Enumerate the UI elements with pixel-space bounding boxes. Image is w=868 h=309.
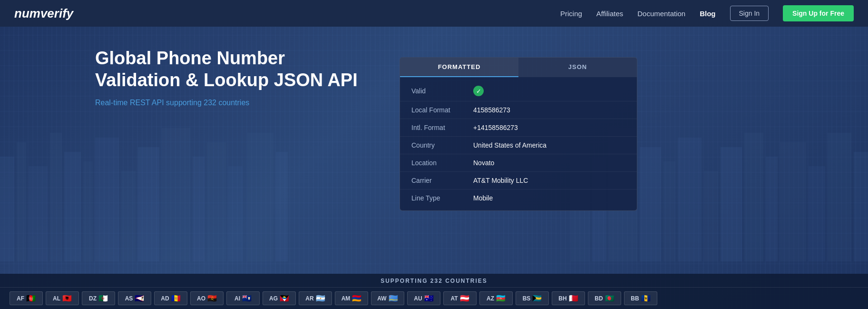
flag-emoji: 🇦🇴 xyxy=(207,294,217,303)
card-row-intl-format: Intl. Format +14158586273 xyxy=(400,119,637,137)
valid-check-icon: ✓ xyxy=(473,86,484,96)
flag-item-aw[interactable]: AW🇦🇼 xyxy=(371,291,404,305)
hero-content: Global Phone Number Validation & Lookup … xyxy=(95,48,358,107)
flag-item-bs[interactable]: BS🇧🇸 xyxy=(516,291,549,305)
card-value-country: United States of America xyxy=(473,141,546,149)
flag-item-ag[interactable]: AG🇦🇬 xyxy=(263,291,296,305)
hero-subtitle-prefix: Real-time REST API xyxy=(95,99,166,107)
flag-code: AI xyxy=(234,295,240,302)
countries-strip: SUPPORTING 232 COUNTRIES AF🇦🇫AL🇦🇱DZ🇩🇿AS🇦… xyxy=(0,274,868,309)
card-row-valid: Valid ✓ xyxy=(400,81,637,101)
signup-button[interactable]: Sign Up for Free xyxy=(783,5,854,21)
flag-emoji: 🇩🇿 xyxy=(98,294,108,303)
flag-item-at[interactable]: AT🇦🇹 xyxy=(443,291,477,305)
flag-code: AO xyxy=(197,295,205,302)
flag-emoji: 🇦🇹 xyxy=(460,294,469,303)
flag-code: AZ xyxy=(487,295,494,302)
flag-item-af[interactable]: AF🇦🇫 xyxy=(10,291,43,305)
hero-section: numverify Pricing Affiliates Documentati… xyxy=(0,0,868,309)
flag-item-bd[interactable]: BD🇧🇩 xyxy=(588,291,621,305)
flag-code: BB xyxy=(631,295,639,302)
tab-json[interactable]: JSON xyxy=(518,58,637,77)
card-label-intl-format: Intl. Format xyxy=(411,124,473,131)
flag-code: AF xyxy=(17,295,24,302)
countries-flags: AF🇦🇫AL🇦🇱DZ🇩🇿AS🇦🇸AD🇦🇩AO🇦🇴AI🇦🇮AG🇦🇬AR🇦🇷AM🇦🇲… xyxy=(0,288,868,309)
flag-item-ao[interactable]: AO🇦🇴 xyxy=(190,291,224,305)
flag-emoji: 🇦🇫 xyxy=(26,294,36,303)
flag-emoji: 🇦🇼 xyxy=(389,294,398,303)
flag-code: AS xyxy=(125,295,133,302)
flag-code: BS xyxy=(523,295,531,302)
flag-emoji: 🇦🇱 xyxy=(62,294,72,303)
card-label-location: Location xyxy=(411,159,473,167)
flag-code: AR xyxy=(305,295,313,302)
flag-emoji: 🇧🇧 xyxy=(641,294,651,303)
card-row-line-type: Line Type Mobile xyxy=(400,189,637,207)
card-value-location: Novato xyxy=(473,159,494,167)
flag-item-ad[interactable]: AD🇦🇩 xyxy=(154,291,187,305)
logo: numverify xyxy=(14,6,73,21)
flag-emoji: 🇦🇿 xyxy=(496,294,506,303)
main-nav: Pricing Affiliates Documentation Blog Si… xyxy=(560,5,854,21)
card-label-carrier: Carrier xyxy=(411,177,473,184)
flag-emoji: 🇧🇸 xyxy=(532,294,542,303)
flag-code: AG xyxy=(269,295,278,302)
card-value-intl-format: +14158586273 xyxy=(473,124,518,131)
card-row-country: Country United States of America xyxy=(400,137,637,154)
card-label-line-type: Line Type xyxy=(411,194,473,202)
flag-emoji: 🇦🇷 xyxy=(316,294,325,303)
flag-code: BD xyxy=(595,295,603,302)
flag-emoji: 🇦🇮 xyxy=(242,294,252,303)
flag-item-al[interactable]: AL🇦🇱 xyxy=(46,291,79,305)
flag-emoji: 🇦🇩 xyxy=(171,294,181,303)
flag-item-dz[interactable]: DZ🇩🇿 xyxy=(82,291,115,305)
signin-button[interactable]: Sign In xyxy=(730,6,769,21)
card-label-local-format: Local Format xyxy=(411,106,473,114)
nav-affiliates[interactable]: Affiliates xyxy=(596,10,623,18)
flag-item-au[interactable]: AU🇦🇺 xyxy=(407,291,440,305)
card-tabs: FORMATTED JSON xyxy=(400,58,637,77)
countries-label: SUPPORTING 232 COUNTRIES xyxy=(0,274,868,288)
flag-code: AM xyxy=(341,295,351,302)
hero-subtitle-link[interactable]: supporting 232 countries xyxy=(166,99,249,107)
hero-title-line1: Global Phone Number xyxy=(95,48,358,70)
card-label-valid: Valid xyxy=(411,87,473,95)
card-value-local-format: 4158586273 xyxy=(473,106,510,114)
flag-item-as[interactable]: AS🇦🇸 xyxy=(118,291,151,305)
nav-pricing[interactable]: Pricing xyxy=(560,10,582,18)
flag-item-ar[interactable]: AR🇦🇷 xyxy=(299,291,332,305)
card-row-local-format: Local Format 4158586273 xyxy=(400,101,637,119)
flag-code: AL xyxy=(53,295,60,302)
card-value-line-type: Mobile xyxy=(473,194,493,202)
hero-subtitle: Real-time REST API supporting 232 countr… xyxy=(95,99,358,107)
nav-blog[interactable]: Blog xyxy=(700,10,715,18)
flag-item-bh[interactable]: BH🇧🇭 xyxy=(552,291,585,305)
flag-code: BH xyxy=(558,295,566,302)
nav-documentation[interactable]: Documentation xyxy=(637,10,685,18)
hero-title-line2: Validation & Lookup JSON API xyxy=(95,70,358,91)
flag-emoji: 🇦🇺 xyxy=(424,294,434,303)
flag-item-bb[interactable]: BB🇧🇧 xyxy=(624,291,657,305)
card-row-carrier: Carrier AT&T Mobility LLC xyxy=(400,172,637,189)
flag-emoji: 🇦🇸 xyxy=(135,294,144,303)
flag-code: AU xyxy=(414,295,422,302)
flag-code: AW xyxy=(377,295,386,302)
flag-emoji: 🇧🇭 xyxy=(569,294,578,303)
flag-code: AT xyxy=(450,295,458,302)
flag-emoji: 🇧🇩 xyxy=(605,294,614,303)
flag-emoji: 🇦🇲 xyxy=(352,294,361,303)
header: numverify Pricing Affiliates Documentati… xyxy=(0,0,868,27)
card-label-country: Country xyxy=(411,141,473,149)
flag-code: DZ xyxy=(89,295,97,302)
tab-formatted[interactable]: FORMATTED xyxy=(400,58,518,77)
flag-item-ai[interactable]: AI🇦🇮 xyxy=(226,291,260,305)
card-body: Valid ✓ Local Format 4158586273 Intl. Fo… xyxy=(400,77,637,210)
hero-title: Global Phone Number Validation & Lookup … xyxy=(95,48,358,91)
flag-item-az[interactable]: AZ🇦🇿 xyxy=(479,291,513,305)
flag-emoji: 🇦🇬 xyxy=(280,294,289,303)
flag-item-am[interactable]: AM🇦🇲 xyxy=(335,291,368,305)
flag-code: AD xyxy=(161,295,169,302)
card-row-location: Location Novato xyxy=(400,154,637,172)
info-card: FORMATTED JSON Valid ✓ Local Format 4158… xyxy=(400,57,637,211)
card-value-carrier: AT&T Mobility LLC xyxy=(473,177,528,184)
